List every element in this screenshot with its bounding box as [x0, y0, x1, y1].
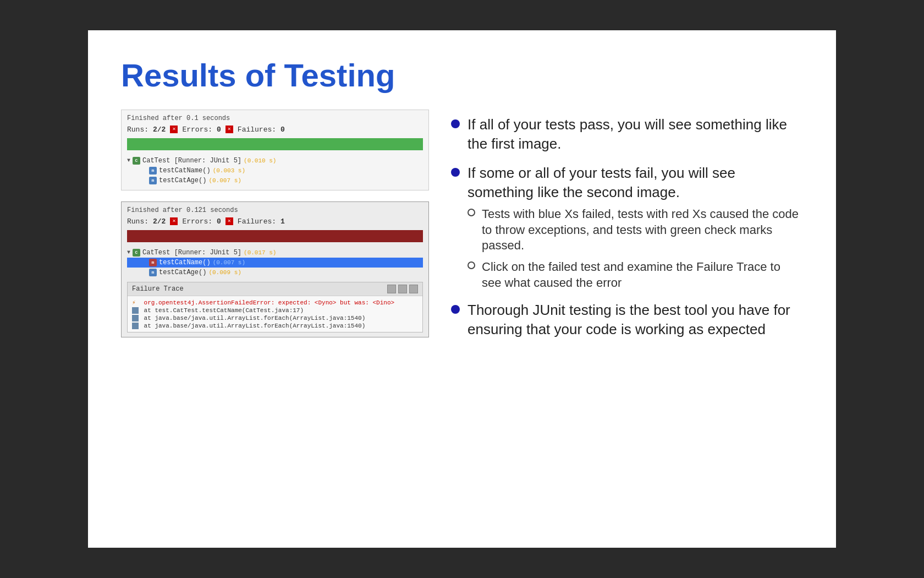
failures-label-1: Failures: [238, 126, 276, 134]
failures-value-2: 1 [280, 217, 285, 226]
bullet-dot-filled-3 [451, 305, 460, 314]
right-panel: If all of your tests pass, you will see … [451, 110, 803, 520]
trace-line-2: at test.CatTest.testCatName(CatTest.java… [132, 307, 418, 314]
tree-root-time-2: (0.017 s) [244, 249, 276, 256]
error-x-icon-1: ✕ [170, 126, 178, 133]
tree-root-label-1: CatTest [Runner: JUnit 5] [142, 157, 241, 165]
bullet-dot-open-2-2 [468, 261, 475, 269]
method-icon-1-2: m [149, 177, 157, 184]
runs-value-2: 2/2 [153, 217, 166, 226]
tree-child-time-1-1: (0.003 s) [213, 167, 245, 174]
tree-arrow-1: ▼ [127, 157, 130, 163]
tree-child-time-2-1: (0.007 s) [213, 259, 245, 266]
tree-root-time-1: (0.010 s) [244, 157, 276, 164]
slide: Results of Testing Finished after 0.1 se… [88, 30, 836, 548]
stack-icon-1 [132, 307, 139, 314]
progress-bar-fail [127, 230, 423, 242]
sub-bullet-list-2: Tests with blue Xs failed, tests with re… [468, 206, 803, 291]
tree-child-label-1-2: testCatAge() [159, 177, 206, 184]
bullet-dot-filled-2 [451, 168, 460, 177]
ft-icon-3[interactable] [409, 285, 418, 293]
errors-label-2: Errors: [182, 217, 212, 226]
method-icon-2-2: m [149, 269, 157, 276]
sub-bullet-2-2: Click on the failed test and examine the… [468, 259, 803, 291]
bullet-2: If some or all of your tests fail, you w… [451, 163, 803, 291]
failure-trace-panel: Failure Trace ⚡ org.opentest4j.Assertion… [127, 282, 423, 332]
slide-content: Finished after 0.1 seconds Runs: 2/2 ✕ E… [121, 110, 803, 520]
failure-trace-header: Failure Trace [128, 282, 422, 296]
trace-line-3: at java.base/java.util.ArrayList.forEach… [132, 314, 418, 322]
runs-value-1: 2/2 [153, 126, 166, 134]
error-trace-icon: ⚡ [132, 299, 139, 306]
runs-label-1: Runs: [127, 126, 148, 134]
sub-bullet-2-1: Tests with blue Xs failed, tests with re… [468, 206, 803, 254]
bullet-text-1: If all of your tests pass, you will see … [468, 115, 803, 154]
ide-panel-pass: Finished after 0.1 seconds Runs: 2/2 ✕ E… [121, 110, 429, 190]
ide-header-1: Finished after 0.1 seconds [127, 114, 423, 122]
bullet-1: If all of your tests pass, you will see … [451, 115, 803, 154]
method-icon-1-1: m [149, 167, 157, 175]
main-bullet-list: If all of your tests pass, you will see … [451, 115, 803, 340]
trace-line-4: at java.base/java.util.ArrayList.forEach… [132, 322, 418, 330]
bullet-text-3: Thorough JUnit testing is the best tool … [468, 301, 803, 339]
errors-label-1: Errors: [182, 126, 212, 134]
tree-root-1: ▼ C CatTest [Runner: JUnit 5] (0.010 s) [127, 156, 423, 166]
errors-value-2: 0 [217, 217, 221, 226]
class-icon-2: C [133, 249, 140, 257]
ide-panel-fail: Finished after 0.121 seconds Runs: 2/2 ✕… [121, 201, 429, 337]
error-x-icon-2: ✕ [170, 217, 178, 225]
tree-child-1-2: m testCatAge() (0.007 s) [127, 176, 423, 186]
failure-trace-lines: ⚡ org.opentest4j.AssertionFailedError: e… [128, 296, 422, 332]
tree-child-1-1: m testCatName() (0.003 s) [127, 166, 423, 176]
left-panel: Finished after 0.1 seconds Runs: 2/2 ✕ E… [121, 110, 429, 520]
stack-icon-2 [132, 315, 139, 321]
tree-child-2-1-selected[interactable]: m testCatName() (0.007 s) [127, 258, 423, 268]
class-icon-1: C [133, 157, 140, 165]
failures-label-2: Failures: [238, 217, 276, 226]
tree-child-time-2-2: (0.009 s) [208, 269, 241, 276]
method-icon-fail-2-1: m [149, 259, 157, 266]
trace-line-1: ⚡ org.opentest4j.AssertionFailedError: e… [132, 298, 418, 307]
failures-value-1: 0 [280, 126, 285, 134]
bullet-text-2: If some or all of your tests fail, you w… [468, 165, 735, 200]
tree-root-2: ▼ C CatTest [Runner: JUnit 5] (0.017 s) [127, 248, 423, 258]
bullet-3: Thorough JUnit testing is the best tool … [451, 301, 803, 339]
ft-icon-2[interactable] [398, 285, 407, 293]
tree-child-label-2-2: testCatAge() [159, 269, 206, 276]
tree-child-label-1-1: testCatName() [159, 167, 211, 175]
tree-root-label-2: CatTest [Runner: JUnit 5] [142, 249, 241, 257]
bullet-2-content: If some or all of your tests fail, you w… [468, 163, 803, 291]
failure-x-icon-2: ✕ [226, 217, 233, 225]
bullet-dot-filled-1 [451, 119, 460, 128]
tree-child-label-2-1: testCatName() [159, 259, 211, 266]
errors-value-1: 0 [217, 126, 221, 134]
bullet-dot-open-2-1 [468, 209, 475, 216]
sub-bullet-text-2-1: Tests with blue Xs failed, tests with re… [482, 206, 803, 254]
ide-stats-1: Runs: 2/2 ✕ Errors: 0 ✕ Failures: 0 [127, 126, 423, 134]
failure-trace-label: Failure Trace [132, 285, 184, 293]
tree-arrow-2: ▼ [127, 249, 130, 255]
ft-icon-1[interactable] [387, 285, 396, 293]
tree-child-time-1-2: (0.007 s) [208, 177, 241, 184]
sub-bullet-text-2-2: Click on the failed test and examine the… [482, 259, 803, 291]
stack-icon-3 [132, 323, 139, 329]
ide-stats-2: Runs: 2/2 ✕ Errors: 0 ✕ Failures: 1 [127, 217, 423, 226]
runs-label-2: Runs: [127, 217, 148, 226]
ide-header-2: Finished after 0.121 seconds [127, 206, 423, 214]
tree-child-2-2: m testCatAge() (0.009 s) [127, 268, 423, 277]
progress-bar-pass [127, 138, 423, 150]
failure-x-icon-1: ✕ [226, 126, 233, 133]
slide-title: Results of Testing [121, 58, 803, 93]
failure-trace-icons [387, 285, 418, 293]
